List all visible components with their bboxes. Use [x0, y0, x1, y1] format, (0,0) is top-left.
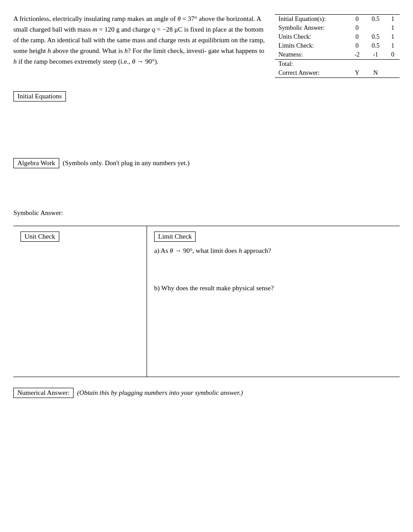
row-symbolic-answer-val2: 1 [386, 24, 400, 32]
scoring-table: Initial Equation(s): 0 0.5 1 Symbolic An… [275, 14, 400, 78]
row-initial-equations-val1: 0.5 [365, 15, 385, 24]
algebra-work-row: Algebra Work (Symbols only. Don't plug i… [13, 158, 400, 172]
row-limits-check-label: Limits Check: [275, 41, 349, 50]
scoring-table-wrapper: Initial Equation(s): 0 0.5 1 Symbolic An… [275, 13, 400, 78]
numerical-answer-section: Numerical Answer: (Obtain this by pluggi… [13, 388, 400, 398]
row-symbolic-answer-val1 [365, 24, 385, 32]
row-total-val0 [349, 60, 366, 69]
limit-check-col: Limit Check a) As θ → 90°, what limit do… [147, 226, 400, 377]
initial-equations-section: Initial Equations [13, 91, 400, 145]
limit-check-a-text: a) As θ → 90°, what limit does h approac… [154, 247, 271, 254]
row-neatness-val0: -2 [349, 50, 366, 60]
numerical-answer-label: Numerical Answer: [13, 388, 74, 398]
algebra-work-note: (Symbols only. Don't plug in any numbers… [63, 159, 190, 167]
initial-equations-content [13, 105, 400, 141]
row-units-check-val1: 0.5 [365, 32, 385, 41]
symbolic-answer-label: Symbolic Answer: [13, 209, 400, 217]
limit-check-label: Limit Check [154, 231, 196, 242]
algebra-work-label: Algebra Work [13, 158, 59, 168]
row-initial-equations-label: Initial Equation(s): [275, 15, 349, 24]
symbolic-answer-section: Symbolic Answer: [13, 209, 400, 217]
algebra-work-content [13, 172, 400, 199]
row-initial-equations-val2: 1 [386, 15, 400, 24]
row-initial-equations-val0: 0 [349, 15, 366, 24]
row-correct-answer-label: Correct Answer: [275, 69, 349, 78]
problem-text: A frictionless, electrically insulating … [13, 13, 266, 78]
row-neatness-label: Neatness: [275, 50, 349, 60]
check-section: Unit Check Limit Check a) As θ → 90°, wh… [13, 226, 400, 377]
limit-check-question-b: b) Why does the result make physical sen… [154, 283, 393, 293]
row-symbolic-answer-label: Symbolic Answer: [275, 24, 349, 32]
row-units-check-label: Units Check: [275, 32, 349, 41]
limit-check-b-text: b) Why does the result make physical sen… [154, 284, 274, 292]
numerical-answer-note: (Obtain this by plugging numbers into yo… [77, 388, 243, 397]
row-correct-answer-y: Y [349, 69, 366, 78]
initial-equations-label: Initial Equations [13, 91, 66, 102]
limit-check-question-a: a) As θ → 90°, what limit does h approac… [154, 245, 393, 256]
row-limits-check-val1: 0.5 [365, 41, 385, 50]
algebra-work-section: Algebra Work (Symbols only. Don't plug i… [13, 158, 400, 199]
top-section: A frictionless, electrically insulating … [13, 13, 400, 78]
row-symbolic-answer-val0: 0 [349, 24, 366, 32]
page-content: A frictionless, electrically insulating … [13, 13, 400, 398]
row-neatness-val1: -1 [365, 50, 385, 60]
row-correct-answer-empty [386, 69, 400, 78]
row-units-check-val2: 1 [386, 32, 400, 41]
row-limits-check-val2: 1 [386, 41, 400, 50]
unit-check-label: Unit Check [20, 231, 59, 242]
row-total-val1 [365, 60, 385, 69]
row-units-check-val0: 0 [349, 32, 366, 41]
row-limits-check-val0: 0 [349, 41, 366, 50]
row-total-label: Total: [275, 60, 349, 69]
unit-check-col: Unit Check [13, 226, 147, 377]
row-total-val2 [386, 60, 400, 69]
row-correct-answer-n: N [365, 69, 385, 78]
row-neatness-val2: 0 [386, 50, 400, 60]
